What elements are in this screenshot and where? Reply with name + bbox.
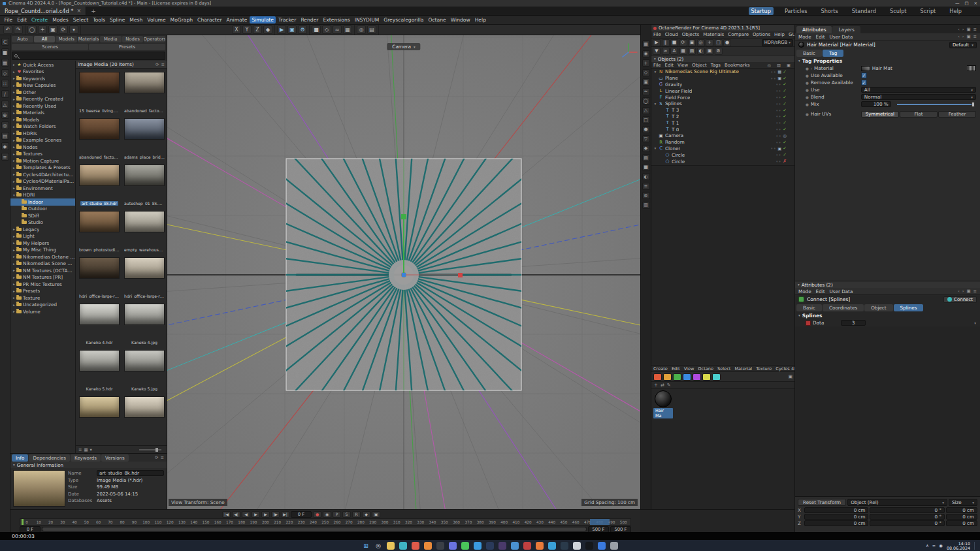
subtab-splines[interactable]: Splines <box>894 304 924 311</box>
simulation-icon[interactable]: ≈ <box>333 25 342 34</box>
lock-resolution-icon[interactable]: ▣ <box>688 39 696 46</box>
menu-icon[interactable]: ≡ <box>973 27 977 32</box>
layout-startup[interactable]: Startup <box>749 7 774 15</box>
discord-icon[interactable] <box>449 542 457 550</box>
view-list-icon[interactable]: ≡ <box>78 447 82 452</box>
twist-icon[interactable]: ▸ <box>12 111 16 115</box>
media-thumbnail[interactable] <box>79 165 120 186</box>
data-field[interactable]: 3 <box>841 320 866 326</box>
viewport[interactable]: Camera ▾ View Transform: Scene Grid Spac… <box>167 35 640 509</box>
tree-item-motion-capture[interactable]: ▸Motion Capture <box>10 157 75 165</box>
library-nodes-icon[interactable] <box>673 373 681 381</box>
media-thumbnail[interactable] <box>124 257 165 279</box>
filter-tab-nodes[interactable]: Nodes <box>122 36 144 42</box>
menu-help[interactable]: Help <box>472 16 488 24</box>
object-field-force[interactable]: FField Force∘∘✓ <box>651 94 794 101</box>
range-end-field[interactable]: 500 F <box>588 526 609 533</box>
timeline-scrollbar[interactable] <box>42 527 587 531</box>
camera-sync-icon[interactable]: ◎ <box>697 39 705 46</box>
subtab-tag[interactable]: Tag <box>823 50 843 57</box>
twist-icon[interactable]: ▸ <box>12 268 16 272</box>
visibility-dots[interactable]: ∘∘ <box>776 114 781 118</box>
twist-icon[interactable]: ▸ <box>12 166 16 170</box>
render-start-icon[interactable]: ▶ <box>653 39 661 46</box>
media-thumbnail[interactable] <box>79 118 120 140</box>
visibility-dots[interactable]: ∘∘ <box>770 76 776 80</box>
source-tab-scenes[interactable]: Scenes <box>12 44 88 50</box>
twist-icon[interactable]: ▸ <box>12 172 16 176</box>
scale-tool-icon[interactable]: ▣ <box>48 25 57 34</box>
menu-character[interactable]: Character <box>195 16 225 24</box>
media-item[interactable]: abandoned_factory_... <box>78 118 121 159</box>
play-button[interactable]: ▶ <box>252 511 260 518</box>
enable-toggle[interactable]: ✓ <box>783 114 787 119</box>
add-tab-button[interactable]: + <box>86 8 101 14</box>
media-thumbnail[interactable] <box>79 211 120 232</box>
media-item[interactable]: brown_photostudio_... <box>78 211 121 252</box>
add-material-icon[interactable]: + <box>654 383 658 388</box>
tree-item-presets[interactable]: ▸Presets <box>10 288 75 295</box>
menu-simulate[interactable]: Simulate <box>250 16 276 24</box>
use-available-checkbox[interactable]: ✓ <box>861 72 867 78</box>
record-position-button[interactable]: P <box>333 511 341 518</box>
redo-icon[interactable]: ↷ <box>14 25 23 34</box>
octane-palette-icon-11[interactable]: ▽ <box>642 135 650 142</box>
texture-mode-icon[interactable]: ▦ <box>1 59 9 67</box>
search-icon[interactable]: ◎ <box>766 63 774 67</box>
focus-picker-icon[interactable]: + <box>706 39 713 46</box>
media-item[interactable]: 15_beerse_living.hdr <box>78 72 121 113</box>
visibility-dots[interactable]: ∘∘ <box>770 70 776 74</box>
panel-menu-icon[interactable]: ≡ <box>973 289 977 294</box>
maximize-button[interactable]: □ <box>964 1 968 6</box>
camera-dropdown[interactable]: Camera ▾ <box>387 43 420 50</box>
record-parameter-button[interactable]: ◆ <box>362 511 370 518</box>
terminal-icon[interactable] <box>585 542 593 550</box>
coord-size-dropdown[interactable]: Size▾ <box>949 499 977 506</box>
menu-insydium[interactable]: INSYDIUM <box>352 16 382 24</box>
firefox-browser-icon[interactable] <box>424 542 432 550</box>
filter-tab-all[interactable]: All <box>34 36 56 42</box>
anim-dot[interactable]: ● <box>806 81 809 85</box>
tree-item-example-scenes[interactable]: ▸Example Scenes <box>10 137 75 144</box>
octane-menu-file[interactable]: File <box>651 32 663 37</box>
rotation-field[interactable]: 0 ° <box>870 520 945 526</box>
prev-key-button[interactable]: ◀| <box>232 511 240 518</box>
enable-toggle[interactable]: ✓ <box>783 152 787 157</box>
tree-item-materials[interactable]: ▸Materials <box>10 110 75 117</box>
start-icon[interactable]: ⊞ <box>362 542 370 550</box>
mode-menu[interactable]: Mode <box>798 289 811 294</box>
lock-icon[interactable]: ▣ <box>966 289 970 294</box>
telegram-icon[interactable] <box>548 542 556 550</box>
filter-tab-models[interactable]: Models <box>56 36 77 42</box>
twist-icon[interactable]: ▸ <box>12 63 16 67</box>
tree-item-sdiff[interactable]: SDiff <box>10 212 75 219</box>
media-thumbnail[interactable] <box>124 350 165 371</box>
coord-mode-dropdown[interactable]: Object (Rel)▾ <box>847 499 947 506</box>
edit-menu[interactable]: Edit <box>816 34 825 40</box>
object-tag-icon[interactable]: ▣ <box>777 76 781 80</box>
enable-toggle[interactable]: ✓ <box>783 120 787 125</box>
current-frame-marker[interactable] <box>22 519 24 525</box>
document-tab[interactable]: Rope_Countd...orial.c4d * × <box>0 7 86 15</box>
enable-axis-icon[interactable]: ⊕ <box>1 111 9 119</box>
visibility-dots[interactable]: ∘∘ <box>776 127 781 131</box>
minimize-button[interactable]: — <box>955 1 960 6</box>
chevron-down-icon[interactable]: ▾ <box>974 321 976 325</box>
layout-help[interactable]: Help <box>947 7 964 15</box>
material-link-swatch[interactable] <box>861 66 870 71</box>
tree-item-templates-presets[interactable]: ▸Templates & Presets <box>10 165 75 172</box>
enable-toggle[interactable]: ✓ <box>783 82 787 87</box>
visibility-dots[interactable]: ∘∘ <box>776 82 781 86</box>
enable-toggle[interactable]: ✓ <box>783 127 787 132</box>
anim-dot[interactable]: ● <box>806 74 809 78</box>
last-tool-dropdown-icon[interactable]: ▾ <box>69 25 78 34</box>
enable-toggle[interactable]: ✓ <box>783 140 787 145</box>
anim-dot[interactable]: ● <box>806 102 809 106</box>
octane-app-icon[interactable] <box>523 542 531 550</box>
menu-icon[interactable]: ≡ <box>161 62 165 67</box>
tree-item-watch-folders[interactable]: ▸Watch Folders <box>10 123 75 131</box>
media-item[interactable]: abandoned_factory_... <box>123 72 166 113</box>
objects-panel-header[interactable]: ▾ Objects (2) <box>651 55 794 62</box>
source-tab-presets[interactable]: Presets <box>89 44 165 50</box>
menu-window[interactable]: Window <box>448 16 472 24</box>
